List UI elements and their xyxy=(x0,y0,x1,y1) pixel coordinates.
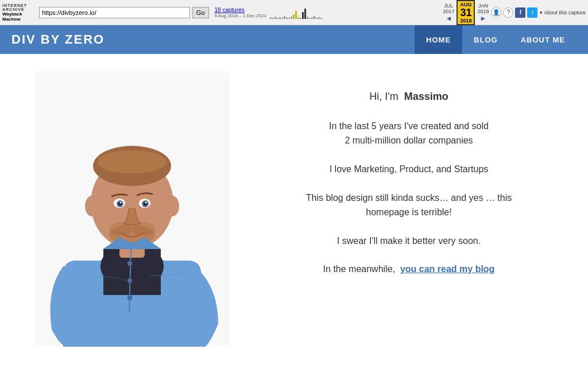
cal-bar xyxy=(288,18,290,19)
person-photo xyxy=(34,71,230,347)
site-header: DIV BY ZERO HOME BLOG ABOUT ME xyxy=(0,25,588,54)
month-prev: JUL xyxy=(444,3,453,9)
cal-bar xyxy=(307,17,308,19)
nav-blog[interactable]: BLOG xyxy=(462,25,509,54)
next-arrow[interactable]: ► xyxy=(479,14,486,22)
svg-point-18 xyxy=(109,222,132,236)
month-prev-section: JUL 2017 ◄ xyxy=(443,3,454,22)
cal-bar xyxy=(309,18,311,19)
swear-block: I swear I'll make it better very soon. xyxy=(264,234,554,249)
cal-bar xyxy=(277,18,278,19)
svg-point-23 xyxy=(127,261,132,266)
svg-point-16 xyxy=(145,202,147,204)
meanwhile-prefix: In the meanwhile, xyxy=(323,264,395,274)
user-icon-btn[interactable]: 👤 xyxy=(491,7,501,18)
calendar-date-box: AUG 31 2018 xyxy=(457,0,475,25)
cal-bar xyxy=(316,18,318,19)
url-bar-wrapper: Go xyxy=(39,7,209,18)
hero-name: Massimo xyxy=(404,91,448,102)
url-input[interactable] xyxy=(39,7,190,18)
sucks-block: This blog design still kinda sucks… and … xyxy=(264,191,554,220)
cal-bar xyxy=(318,17,320,19)
month-next: JAN xyxy=(478,3,488,9)
greeting-text: Hi, I'm xyxy=(369,91,398,102)
wayback-logo: INTERNET ARCHIVE Wayback Machine xyxy=(2,3,36,22)
svg-point-24 xyxy=(127,278,132,283)
svg-point-8 xyxy=(98,150,167,173)
cal-bar xyxy=(284,16,285,19)
cal-bar xyxy=(311,17,313,19)
site-nav: HOME BLOG ABOUT ME xyxy=(415,25,577,54)
svg-point-19 xyxy=(132,222,155,236)
cal-bar xyxy=(274,17,276,19)
help-icon-btn[interactable]: ? xyxy=(503,7,513,18)
svg-point-15 xyxy=(120,202,122,204)
para1-line2: 2 multi-million dollar companies xyxy=(264,133,554,148)
cal-bar xyxy=(314,16,315,19)
twitter-icon-btn[interactable]: t xyxy=(527,7,537,18)
wm-logo: Wayback Machine xyxy=(2,11,36,22)
para3-line2: homepage is terrible! xyxy=(264,205,554,220)
wayback-toolbar: INTERNET ARCHIVE Wayback Machine Go 18 c… xyxy=(0,0,588,25)
meanwhile-line: In the meanwhile, you can read my blog xyxy=(264,262,554,277)
greeting-line: Hi, I'm Massimo xyxy=(264,88,554,105)
year-next: 2019 xyxy=(477,9,489,14)
main-content: Hi, I'm Massimo In the last 5 years I've… xyxy=(0,54,588,375)
month-curr: AUG xyxy=(460,2,471,7)
calendar-bars xyxy=(270,6,440,19)
para2: I love Marketing, Product, and Startups xyxy=(264,162,554,177)
cal-bar xyxy=(293,14,295,19)
blog-link[interactable]: you can read my blog xyxy=(400,264,494,274)
about-capture[interactable]: ▾ About this capture xyxy=(540,10,586,15)
svg-point-25 xyxy=(127,296,132,300)
nav-home[interactable]: HOME xyxy=(415,25,462,54)
year-curr: 2018 xyxy=(460,18,471,24)
day-num: 31 xyxy=(460,7,471,18)
month-next-section: JAN 2019 ► xyxy=(477,3,489,22)
cal-bar xyxy=(270,17,272,19)
svg-point-21 xyxy=(165,196,179,216)
captures-range: 9 Aug 2018 – 1 Dec 2021 xyxy=(215,13,266,18)
prev-arrow[interactable]: ◄ xyxy=(445,14,452,22)
captures-info: 18 captures 9 Aug 2018 – 1 Dec 2021 xyxy=(215,7,266,18)
para4: I swear I'll make it better very soon. xyxy=(264,234,554,249)
cal-bar xyxy=(302,12,304,19)
para1-line1: In the last 5 years I've created and sol… xyxy=(264,119,554,134)
cal-bar xyxy=(281,18,283,19)
cal-bar xyxy=(272,18,274,19)
cal-bar xyxy=(300,18,301,19)
text-section: Hi, I'm Massimo In the last 5 years I've… xyxy=(241,54,588,305)
para3-line1: This blog design still kinda sucks… and … xyxy=(264,191,554,205)
cal-bar xyxy=(304,9,306,19)
facebook-icon-btn[interactable]: f xyxy=(515,7,525,18)
wayback-right: JUL 2017 ◄ AUG 31 2018 JAN 2019 ► 👤 ? f … xyxy=(443,0,586,25)
site-logo: DIV BY ZERO xyxy=(11,32,105,47)
year-prev: 2017 xyxy=(443,9,454,14)
nav-about-me[interactable]: ABOUT ME xyxy=(509,25,577,54)
cal-bar xyxy=(297,17,299,19)
meanwhile-block: In the meanwhile, you can read my blog xyxy=(264,262,554,277)
captures-link[interactable]: 18 captures xyxy=(215,7,266,13)
cal-bar xyxy=(286,17,288,19)
go-button[interactable]: Go xyxy=(192,7,209,18)
love-block: I love Marketing, Product, and Startups xyxy=(264,162,554,177)
cal-bar xyxy=(279,17,281,19)
cal-bar xyxy=(291,17,292,19)
intro-block: In the last 5 years I've created and sol… xyxy=(264,119,554,148)
ia-label: INTERNET ARCHIVE xyxy=(2,3,36,11)
photo-section xyxy=(0,54,241,347)
cal-bar xyxy=(295,11,297,19)
cal-bar xyxy=(320,18,322,19)
wayback-icons: 👤 ? f t xyxy=(491,7,537,18)
svg-point-20 xyxy=(85,196,99,216)
